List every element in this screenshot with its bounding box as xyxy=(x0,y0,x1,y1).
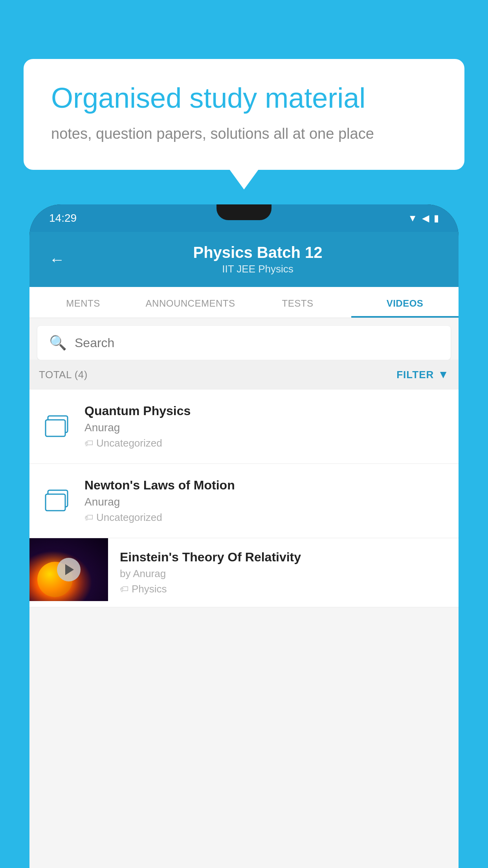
total-count: TOTAL (4) xyxy=(39,369,88,381)
category-label: Uncategorized xyxy=(96,437,162,449)
thumb-background xyxy=(29,538,108,601)
category-label: Physics xyxy=(132,583,167,595)
header-title: Physics Batch 12 xyxy=(77,244,439,261)
video-title: Einstein's Theory Of Relativity xyxy=(120,550,447,565)
speech-bubble-card: Organised study material notes, question… xyxy=(24,59,464,170)
tag-icon: 🏷 xyxy=(120,584,128,594)
video-category: 🏷 Uncategorized xyxy=(84,437,447,449)
video-list: Quantum Physics Anurag 🏷 Uncategorized xyxy=(29,390,459,607)
play-icon xyxy=(65,564,74,575)
tag-icon: 🏷 xyxy=(84,438,93,449)
video-author: Anurag xyxy=(84,496,447,508)
filter-icon: ▼ xyxy=(438,368,449,381)
svg-rect-3 xyxy=(46,494,65,511)
filter-row: TOTAL (4) FILTER ▼ xyxy=(29,360,459,390)
speech-bubble-title: Organised study material xyxy=(51,83,437,114)
video-info: Newton's Laws of Motion Anurag 🏷 Uncateg… xyxy=(84,478,447,524)
battery-icon: ▮ xyxy=(434,213,439,224)
back-button[interactable]: ← xyxy=(49,251,65,268)
category-label: Uncategorized xyxy=(96,511,162,524)
signal-icon: ◀ xyxy=(422,213,429,224)
tab-bar: MENTS ANNOUNCEMENTS TESTS VIDEOS xyxy=(29,287,459,318)
tab-tests[interactable]: TESTS xyxy=(244,287,351,318)
phone-content: 🔍 TOTAL (4) FILTER ▼ Qua xyxy=(29,318,459,868)
phone-notch xyxy=(216,204,272,220)
speech-bubble-subtitle: notes, question papers, solutions all at… xyxy=(51,125,437,142)
search-bar[interactable]: 🔍 xyxy=(37,326,451,360)
video-info: Quantum Physics Anurag 🏷 Uncategorized xyxy=(84,404,447,449)
video-title: Quantum Physics xyxy=(84,404,447,418)
svg-rect-1 xyxy=(46,420,65,436)
status-icons: ▼ ◀ ▮ xyxy=(408,213,439,224)
video-thumbnail xyxy=(29,538,108,601)
header-title-group: Physics Batch 12 IIT JEE Physics xyxy=(77,244,439,275)
list-item[interactable]: Newton's Laws of Motion Anurag 🏷 Uncateg… xyxy=(29,464,459,538)
status-bar: 14:29 ▼ ◀ ▮ xyxy=(29,204,459,232)
video-author: by Anurag xyxy=(120,568,447,580)
search-input[interactable] xyxy=(75,336,439,350)
play-button[interactable] xyxy=(57,558,81,581)
list-item[interactable]: Einstein's Theory Of Relativity by Anura… xyxy=(29,538,459,607)
video-author: Anurag xyxy=(84,421,447,434)
status-time: 14:29 xyxy=(49,212,77,224)
filter-label: FILTER xyxy=(396,369,434,381)
tab-videos[interactable]: VIDEOS xyxy=(351,287,459,318)
video-info: Einstein's Theory Of Relativity by Anura… xyxy=(108,538,459,607)
wifi-icon: ▼ xyxy=(408,213,417,224)
header-subtitle: IIT JEE Physics xyxy=(77,263,439,275)
tag-icon: 🏷 xyxy=(84,513,93,523)
tab-announcements[interactable]: ANNOUNCEMENTS xyxy=(137,287,244,318)
video-title: Newton's Laws of Motion xyxy=(84,478,447,493)
folder-icon xyxy=(41,409,73,444)
list-item[interactable]: Quantum Physics Anurag 🏷 Uncategorized xyxy=(29,390,459,464)
speech-bubble-section: Organised study material notes, question… xyxy=(24,59,464,170)
video-category: 🏷 Physics xyxy=(120,583,447,595)
filter-button[interactable]: FILTER ▼ xyxy=(396,368,449,381)
search-icon: 🔍 xyxy=(49,335,67,351)
tab-ments[interactable]: MENTS xyxy=(29,287,137,318)
video-category: 🏷 Uncategorized xyxy=(84,511,447,524)
phone-frame: 14:29 ▼ ◀ ▮ ← Physics Batch 12 IIT JEE P… xyxy=(29,204,459,868)
folder-icon xyxy=(41,483,73,519)
app-header: ← Physics Batch 12 IIT JEE Physics xyxy=(29,232,459,287)
